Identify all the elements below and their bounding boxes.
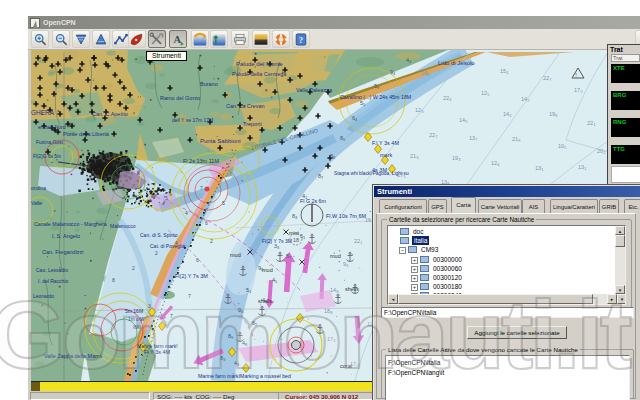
svg-text:Fusina Gost: Fusina Gost <box>36 139 64 145</box>
svg-text:6: 6 <box>205 220 208 226</box>
svg-text:43: 43 <box>234 360 240 367</box>
svg-text:7: 7 <box>200 185 203 191</box>
svg-text:226: 226 <box>443 95 452 102</box>
svg-text:Can. di S. Spirito: Can. di S. Spirito <box>140 232 178 238</box>
svg-text:mark: mark <box>380 152 392 158</box>
svg-text:93: 93 <box>343 261 349 268</box>
svg-text:188: 188 <box>324 308 333 315</box>
svg-text:154: 154 <box>500 68 509 75</box>
svg-text:131: 131 <box>578 164 587 171</box>
svg-text:193: 193 <box>452 155 461 162</box>
svg-text:/6M: /6M <box>133 325 141 330</box>
svg-text:Treporti: Treporti <box>243 121 262 127</box>
svg-text:I. del Racchio: I. del Racchio <box>38 278 69 284</box>
svg-text:173: 173 <box>327 336 336 343</box>
svg-text:ondina: ondina <box>31 185 46 191</box>
svg-text:4: 4 <box>185 210 188 216</box>
svg-text:198: 198 <box>549 111 558 118</box>
svg-text:entrale Nord: entrale Nord <box>38 124 66 130</box>
svg-text:5: 5 <box>222 200 225 206</box>
svg-text:4: 4 <box>175 240 178 246</box>
svg-text:mud: mud <box>262 267 273 273</box>
svg-text:105: 105 <box>558 143 567 150</box>
svg-text:48: 48 <box>242 340 248 347</box>
svg-text:57: 57 <box>286 253 292 260</box>
svg-text:Ramo del Gorzo: Ramo del Gorzo <box>160 95 200 101</box>
svg-text:142: 142 <box>521 96 530 103</box>
svg-text:126: 126 <box>491 160 500 167</box>
svg-text:2: 2 <box>132 265 135 271</box>
svg-text:Canale Malamocco - Marghera: Canale Malamocco - Marghera <box>34 221 107 227</box>
svg-text:59: 59 <box>374 83 380 90</box>
svg-text:96: 96 <box>238 307 244 314</box>
svg-text:148: 148 <box>330 287 339 294</box>
svg-text:41: 41 <box>302 193 308 200</box>
svg-text:A: A <box>173 34 181 45</box>
svg-text:88: 88 <box>330 153 336 160</box>
svg-text:131: 131 <box>535 165 544 172</box>
svg-text:Ponte della Libertà: Ponte della Libertà <box>63 131 110 137</box>
svg-text:7: 7 <box>170 313 173 319</box>
svg-text:83: 83 <box>220 355 226 362</box>
svg-text:149: 149 <box>459 117 468 124</box>
svg-text:F.l Y 3s 4M: F.l Y 3s 4M <box>372 140 399 146</box>
svg-text:Cat. di Poveglia: Cat. di Poveglia <box>150 243 185 249</box>
svg-text:64: 64 <box>352 115 358 122</box>
svg-text:49: 49 <box>262 297 268 304</box>
svg-text:Punta Sabbioni: Punta Sabbioni <box>200 138 241 144</box>
svg-text:213: 213 <box>410 153 419 160</box>
svg-text:144: 144 <box>503 111 512 118</box>
svg-text:Palude della Centrega: Palude della Centrega <box>232 71 287 77</box>
svg-text:98: 98 <box>258 265 264 272</box>
svg-text:Valle: Valle <box>31 200 42 206</box>
svg-text:Fl.W 10s 7m 6M: Fl.W 10s 7m 6M <box>326 213 366 219</box>
svg-text:125: 125 <box>481 90 490 97</box>
svg-text:2: 2 <box>155 250 158 256</box>
svg-text:Valle Zappa della Marra: Valle Zappa della Marra <box>44 353 103 359</box>
svg-text:45: 45 <box>272 277 278 284</box>
svg-text:Marine farm mark!: Marine farm mark! <box>137 343 178 349</box>
svg-text:dell Y se 17m 17M: dell Y se 17m 17M <box>172 117 213 123</box>
svg-text:Valle Paleazza: Valle Paleazza <box>296 87 333 93</box>
svg-text:Cao. Lessadio: Cao. Lessadio <box>36 267 68 273</box>
svg-text:Burano: Burano <box>200 81 218 87</box>
svg-text:Marine farm markIMarking a mus: Marine farm markIMarking a mussel bed <box>198 373 291 379</box>
svg-text:Can. La Crevan: Can. La Crevan <box>226 103 265 109</box>
svg-text:Leonardo: Leonardo <box>33 293 54 299</box>
svg-text:85: 85 <box>340 135 346 142</box>
svg-text:5: 5 <box>165 195 168 201</box>
svg-text:89: 89 <box>228 333 234 340</box>
svg-text:Fl.Y 3s 4M: Fl.Y 3s 4M <box>144 349 171 355</box>
svg-text:61: 61 <box>300 233 306 240</box>
svg-text:175: 175 <box>397 172 406 179</box>
svg-text:2: 2 <box>210 238 213 244</box>
svg-text:Can. C.Apetito: Can. C.Apetito <box>92 111 128 117</box>
svg-text:137: 137 <box>469 135 478 142</box>
svg-text:123: 123 <box>415 107 424 114</box>
svg-text:87: 87 <box>318 173 324 180</box>
svg-text:82: 82 <box>252 320 258 327</box>
svg-text:?: ? <box>299 34 303 44</box>
svg-text:208: 208 <box>459 60 468 67</box>
svg-text:94: 94 <box>390 69 396 76</box>
svg-text:221: 221 <box>587 120 596 127</box>
svg-text:6: 6 <box>196 257 199 263</box>
svg-text:1m o/W: 1m o/W <box>128 317 145 322</box>
svg-text:219: 219 <box>512 136 521 143</box>
svg-text:221: 221 <box>354 238 363 245</box>
svg-text:54: 54 <box>246 287 252 294</box>
svg-text:8: 8 <box>112 277 115 283</box>
svg-text:Fl(2)G 6s 5m: Fl(2)G 6s 5m <box>33 154 61 159</box>
svg-text:55: 55 <box>360 100 366 107</box>
svg-text:mud: mud <box>230 252 241 258</box>
svg-text:GHERA: GHERA <box>31 109 55 116</box>
svg-text:Can. Fregandizzi: Can. Fregandizzi <box>42 249 84 255</box>
svg-text:83: 83 <box>292 213 298 220</box>
svg-text:mud: mud <box>330 253 341 259</box>
svg-text:18: 18 <box>293 237 299 243</box>
svg-text:Lido di Jesolo: Lido di Jesolo <box>438 60 475 66</box>
svg-text:148: 148 <box>421 70 430 77</box>
svg-text:7: 7 <box>188 293 191 299</box>
svg-text:3: 3 <box>148 303 151 309</box>
svg-text:Fl 2s 13m 11M: Fl 2s 13m 11M <box>183 158 219 164</box>
